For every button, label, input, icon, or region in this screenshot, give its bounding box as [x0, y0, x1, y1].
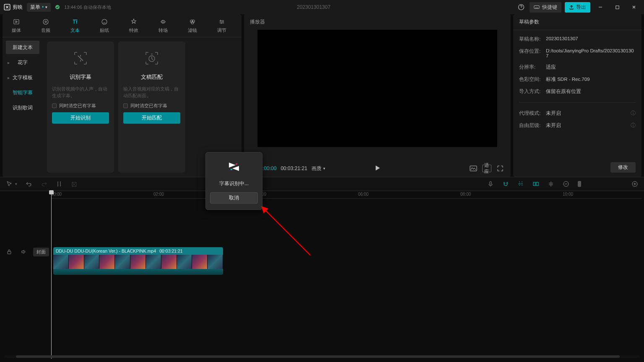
card-checkbox-row[interactable]: 同时清空已有字幕 — [123, 103, 180, 109]
svg-rect-16 — [533, 182, 535, 186]
audio-icon — [42, 18, 49, 26]
cover-button[interactable]: 封面 — [33, 248, 49, 256]
zoom-slider[interactable] — [578, 181, 581, 187]
checkbox[interactable] — [123, 103, 128, 108]
ruler-tick: 08:00 — [460, 192, 471, 197]
tab-transition[interactable]: 转场 — [153, 14, 174, 37]
shortcut-button[interactable]: 快捷键 — [530, 2, 561, 13]
fullscreen-button[interactable] — [496, 165, 505, 172]
quality-dropdown[interactable]: 画质▾ — [312, 165, 325, 172]
tab-media[interactable]: 媒体 — [6, 14, 27, 37]
start-match-button[interactable]: 开始匹配 — [123, 112, 180, 124]
compare-button[interactable] — [469, 165, 478, 172]
transition-icon — [159, 18, 167, 26]
svg-rect-5 — [14, 19, 19, 24]
card-checkbox-row[interactable]: 同时清空已有字幕 — [52, 103, 109, 109]
playhead[interactable] — [51, 191, 52, 359]
align-icon — [548, 181, 554, 187]
help-icon — [518, 4, 525, 10]
draft-panel: 草稿参数 草稿名称:202301301307 保存位置:D:/tools/Jia… — [513, 14, 641, 177]
card-desc: 输入音视频对应的文稿，自动匹配画面。 — [123, 86, 180, 99]
redo-button[interactable] — [41, 181, 47, 187]
autosave-status: 13:44:06 自动保存本地 — [64, 4, 111, 10]
menu-label: 菜单 — [30, 4, 40, 11]
ruler[interactable]: 00:00 02:00 04:00 06:00 08:00 10:00 — [51, 191, 641, 199]
draft-color-value: 标准 SDR - Rec.709 — [546, 76, 636, 83]
draft-res-label: 分辨率: — [519, 64, 546, 70]
sidebar-lyric[interactable]: 识别歌词 — [6, 101, 39, 114]
chevron-down-icon[interactable]: ▾ — [15, 182, 17, 186]
subtitle-icon — [70, 48, 91, 68]
info-icon[interactable]: ⓘ — [631, 110, 636, 116]
maximize-button[interactable] — [610, 1, 624, 13]
horizontal-scrollbar[interactable] — [4, 355, 640, 358]
card-desc: 识别音视频中的人声，自动生成字幕。 — [52, 86, 109, 99]
timeline-area[interactable]: 00:00 02:00 04:00 06:00 08:00 10:00 封面 D… — [0, 191, 644, 359]
lock-icon — [6, 249, 12, 255]
export-button[interactable]: 导出 — [565, 2, 590, 13]
svg-rect-3 — [534, 6, 539, 9]
magnet-button[interactable] — [502, 181, 509, 187]
play-icon — [374, 165, 381, 171]
sidebar-item-label: 花字 — [18, 59, 28, 66]
tab-audio[interactable]: 音频 — [35, 14, 56, 37]
draft-name-value: 202301301307 — [546, 36, 636, 42]
info-icon[interactable]: ⓘ — [631, 122, 636, 129]
clip-audio-wave — [53, 269, 223, 275]
help-button[interactable] — [516, 2, 526, 12]
tab-filter[interactable]: 滤镜 — [182, 14, 203, 37]
track-lock-button[interactable] — [5, 247, 14, 256]
draft-loc-label: 保存位置: — [519, 48, 546, 58]
player-viewport[interactable] — [244, 30, 511, 160]
tab-label: 贴纸 — [100, 27, 109, 34]
export-icon — [569, 5, 574, 10]
ruler-tick: 02:00 — [153, 192, 164, 197]
tab-adjust[interactable]: 调节 — [211, 14, 232, 37]
draft-color-label: 色彩空间: — [519, 76, 546, 83]
svg-rect-13 — [470, 166, 477, 171]
undo-button[interactable] — [26, 181, 32, 187]
app-name: 剪映 — [13, 4, 23, 11]
tab-effect[interactable]: 特效 — [123, 14, 144, 37]
video-clip[interactable]: DDU-DU DDU-DU(Korean Ver.) - BLACKPINK.m… — [53, 247, 223, 275]
preview-button[interactable] — [532, 181, 539, 187]
split-button[interactable] — [56, 181, 62, 187]
sidebar-item-label: 文字模板 — [13, 74, 33, 81]
mic-button[interactable] — [487, 181, 494, 187]
tab-text[interactable]: 文本 — [65, 14, 86, 37]
checkbox[interactable] — [52, 103, 57, 108]
ratio-button[interactable]: 适应 — [482, 165, 491, 172]
tab-sticker[interactable]: 贴纸 — [94, 14, 115, 37]
modal-cancel-button[interactable]: 取消 — [210, 192, 258, 204]
select-tool[interactable] — [6, 181, 13, 187]
link-button[interactable] — [517, 181, 524, 187]
tab-label: 音频 — [41, 27, 50, 34]
align-button[interactable] — [548, 181, 554, 187]
zoom-in-button[interactable] — [631, 181, 638, 187]
close-button[interactable] — [627, 1, 641, 13]
compare-icon — [470, 165, 477, 171]
scrollbar-thumb[interactable] — [16, 355, 620, 358]
draft-header: 草稿参数 — [513, 14, 641, 30]
track-mute-button[interactable] — [19, 247, 28, 256]
chevron-down-icon: ▾ — [323, 166, 325, 171]
menu-dropdown[interactable]: 菜单 • ▾ — [27, 3, 51, 12]
delete-button[interactable] — [71, 181, 78, 187]
draft-name-label: 草稿名称: — [519, 36, 546, 42]
start-recognize-button[interactable]: 开始识别 — [52, 112, 109, 124]
sidebar-new-text[interactable]: 新建文本 — [6, 41, 39, 54]
minimize-button[interactable] — [594, 1, 607, 13]
sidebar-flower[interactable]: ▸花字 — [6, 56, 39, 69]
modify-button[interactable]: 修改 — [610, 162, 636, 173]
zoom-out-button[interactable] — [563, 181, 569, 187]
time-duration: 00:03:21:21 — [280, 165, 307, 171]
video-canvas — [257, 30, 497, 147]
media-icon — [13, 18, 20, 26]
play-button[interactable] — [374, 165, 381, 173]
svg-rect-17 — [536, 182, 538, 186]
mic-icon — [487, 181, 494, 187]
sidebar-smart-subtitle[interactable]: 智能字幕 — [6, 86, 39, 99]
sidebar-template[interactable]: ▸文字模板 — [6, 71, 39, 84]
logo-icon — [3, 3, 11, 11]
chevron-right-icon: ▸ — [8, 60, 10, 65]
